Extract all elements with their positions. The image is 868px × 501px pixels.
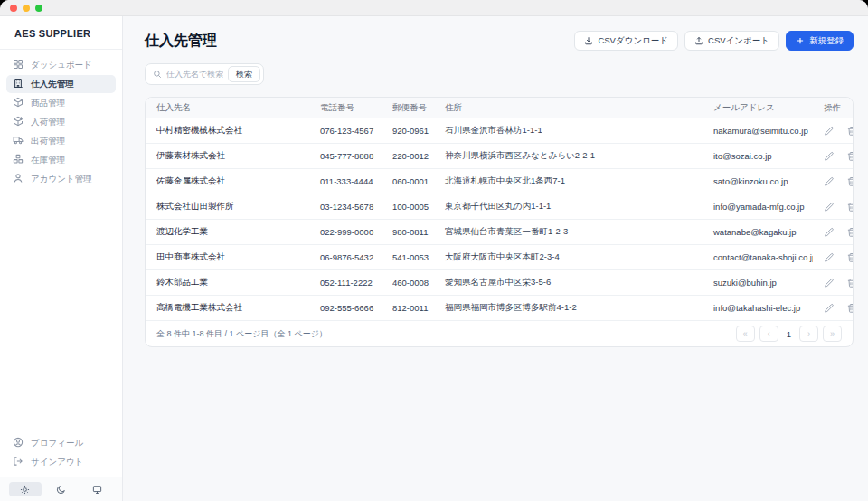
address-cell: 大阪府大阪市中央区本町2-3-4 <box>434 251 703 263</box>
edit-button[interactable] <box>824 227 835 238</box>
table-row: 佐藤金属株式会社 011-333-4444 060-0001 北海道札幌市中央区… <box>146 169 853 194</box>
pencil-icon <box>824 151 835 162</box>
supplier-name-cell: 佐藤金属株式会社 <box>146 175 309 187</box>
csv-import-button[interactable]: CSVインポート <box>684 31 779 51</box>
pencil-icon <box>824 278 835 288</box>
delete-button[interactable] <box>846 303 853 314</box>
edit-button[interactable] <box>824 176 835 187</box>
address-cell: 東京都千代田区丸の内1-1-1 <box>434 201 703 213</box>
sun-icon <box>20 485 30 495</box>
sidebar-item-inventory[interactable]: 在庫管理 <box>6 151 116 169</box>
table-row: 中村精密機械株式会社 076-123-4567 920-0961 石川県金沢市香… <box>146 118 853 144</box>
edit-button[interactable] <box>824 252 835 263</box>
column-header-address: 住所 <box>434 102 703 114</box>
app-window: AES SUPPLIER ダッシュボード 仕入先管理 商品管理 入荷管理 <box>0 0 868 501</box>
main-content: 仕入先管理 CSVダウンロード CSVインポート 新規登録 <box>123 16 868 501</box>
csv-download-button[interactable]: CSVダウンロード <box>574 31 678 51</box>
table-row: 渡辺化学工業 022-999-0000 980-0811 宮城県仙台市青葉区一番… <box>146 220 853 245</box>
monitor-icon <box>92 485 102 495</box>
table-body: 中村精密機械株式会社 076-123-4567 920-0961 石川県金沢市香… <box>146 118 853 321</box>
table-row: 鈴木部品工業 052-111-2222 460-0008 愛知県名古屋市中区栄3… <box>146 270 853 296</box>
last-page-button[interactable]: » <box>823 326 842 342</box>
sidebar-item-accounts[interactable]: アカウント管理 <box>6 170 116 188</box>
first-page-button[interactable]: « <box>736 326 755 342</box>
trash-icon <box>846 252 853 263</box>
window-close-button[interactable] <box>10 5 17 12</box>
phone-cell: 045-777-8888 <box>309 151 382 161</box>
edit-button[interactable] <box>824 126 835 137</box>
download-icon <box>584 36 593 45</box>
sidebar-item-products[interactable]: 商品管理 <box>6 94 116 112</box>
delete-button[interactable] <box>846 252 853 263</box>
edit-button[interactable] <box>824 303 835 314</box>
theme-light-button[interactable] <box>9 482 42 496</box>
table-row: 株式会社山田製作所 03-1234-5678 100-0005 東京都千代田区丸… <box>146 194 853 220</box>
sidebar-item-inbound[interactable]: 入荷管理 <box>6 113 116 131</box>
page-title: 仕入先管理 <box>145 32 217 51</box>
sidebar-item-profile[interactable]: プロフィール <box>6 434 116 452</box>
delete-button[interactable] <box>846 202 853 213</box>
prev-page-button[interactable]: ‹ <box>760 326 778 342</box>
search-input[interactable] <box>166 70 223 79</box>
sidebar-item-suppliers[interactable]: 仕入先管理 <box>6 75 116 93</box>
pagination-controls: « ‹ 1 › » <box>736 326 842 342</box>
theme-system-button[interactable] <box>80 482 113 496</box>
phone-cell: 052-111-2222 <box>309 278 382 288</box>
email-cell: contact@tanaka-shoji.co.jp <box>703 252 813 262</box>
window-titlebar <box>0 0 868 16</box>
column-header-email: メールアドレス <box>703 102 813 114</box>
theme-dark-button[interactable] <box>45 482 78 496</box>
user-icon <box>13 173 24 185</box>
search-icon <box>153 70 162 79</box>
sidebar-item-label: 仕入先管理 <box>31 79 74 90</box>
column-header-name: 仕入先名 <box>146 102 309 114</box>
window-maximize-button[interactable] <box>35 5 42 12</box>
search-button[interactable]: 検索 <box>228 66 260 82</box>
sidebar-item-label: 入荷管理 <box>31 117 65 128</box>
address-cell: 北海道札幌市中央区北1条西7-1 <box>434 175 703 187</box>
signout-icon <box>13 456 24 468</box>
package-icon <box>13 97 24 109</box>
sidebar-item-label: アカウント管理 <box>31 174 92 185</box>
supplier-name-cell: 渡辺化学工業 <box>146 226 309 238</box>
pencil-icon <box>824 303 835 314</box>
postal-cell: 812-0011 <box>382 303 434 313</box>
window-minimize-button[interactable] <box>23 5 30 12</box>
address-cell: 石川県金沢市香林坊1-1-1 <box>434 125 703 137</box>
edit-button[interactable] <box>824 151 835 162</box>
next-page-button[interactable]: › <box>799 326 818 342</box>
delete-button[interactable] <box>846 151 853 162</box>
delete-button[interactable] <box>846 126 853 137</box>
postal-cell: 920-0961 <box>382 126 434 136</box>
trash-icon <box>846 227 853 238</box>
edit-button[interactable] <box>824 202 835 213</box>
trash-icon <box>846 202 853 213</box>
email-cell: ito@sozai.co.jp <box>703 151 813 161</box>
sidebar-item-label: 在庫管理 <box>31 155 65 166</box>
email-cell: sato@kinzoku.co.jp <box>703 176 813 186</box>
postal-cell: 060-0001 <box>382 176 434 186</box>
pencil-icon <box>824 202 835 213</box>
edit-button[interactable] <box>824 278 835 288</box>
postal-cell: 541-0053 <box>382 252 434 262</box>
sidebar-item-dashboard[interactable]: ダッシュボード <box>6 56 116 74</box>
supplier-name-cell: 田中商事株式会社 <box>146 251 309 263</box>
address-cell: 神奈川県横浜市西区みなとみらい2-2-1 <box>434 150 703 162</box>
register-new-button[interactable]: 新規登録 <box>786 31 854 51</box>
delete-button[interactable] <box>846 278 853 288</box>
plus-icon <box>796 36 805 45</box>
column-header-phone: 電話番号 <box>309 102 382 114</box>
sidebar-item-label: サインアウト <box>31 457 83 468</box>
sidebar-item-outbound[interactable]: 出荷管理 <box>6 132 116 150</box>
email-cell: suzuki@buhin.jp <box>703 278 813 288</box>
sidebar-item-label: 出荷管理 <box>31 136 65 147</box>
phone-cell: 076-123-4567 <box>309 126 382 136</box>
table-row: 伊藤素材株式会社 045-777-8888 220-0012 神奈川県横浜市西区… <box>146 144 853 169</box>
sidebar-item-signout[interactable]: サインアウト <box>6 453 116 471</box>
postal-cell: 980-0811 <box>382 227 434 237</box>
postal-cell: 220-0012 <box>382 151 434 161</box>
upload-icon <box>694 36 703 45</box>
delete-button[interactable] <box>846 176 853 187</box>
search-container: 検索 <box>145 63 264 85</box>
delete-button[interactable] <box>846 227 853 238</box>
